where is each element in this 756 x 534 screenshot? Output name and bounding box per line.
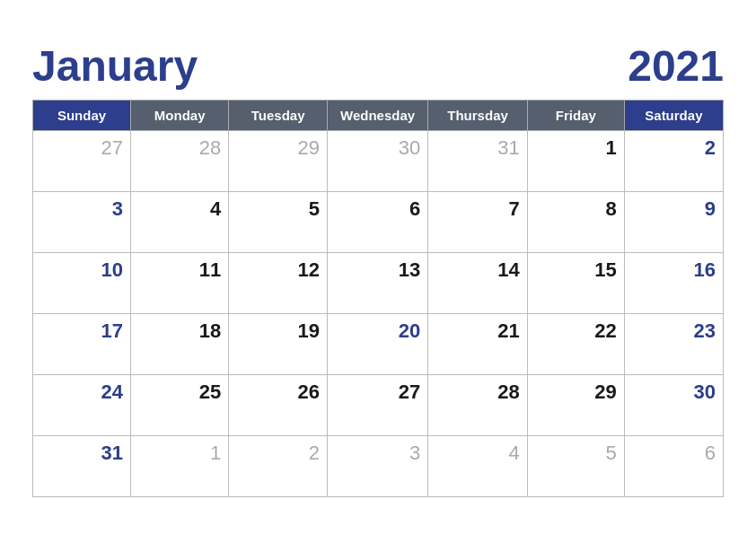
day-number: 24 <box>37 379 123 404</box>
day-number: 28 <box>432 379 520 404</box>
weekday-header-wednesday: Wednesday <box>327 100 427 130</box>
calendar-cell[interactable]: 6 <box>327 191 427 252</box>
day-number: 3 <box>331 440 420 465</box>
day-number: 2 <box>629 135 716 160</box>
calendar-grid: SundayMondayTuesdayWednesdayThursdayFrid… <box>32 100 724 497</box>
calendar-cell[interactable]: 2 <box>624 130 723 191</box>
calendar-cell[interactable]: 28 <box>131 130 229 191</box>
day-number: 20 <box>331 318 420 343</box>
day-number: 19 <box>233 318 320 343</box>
weekday-header-saturday: Saturday <box>624 100 723 130</box>
day-number: 1 <box>135 440 221 465</box>
calendar-cell[interactable]: 22 <box>527 313 624 374</box>
day-number: 7 <box>432 196 520 221</box>
calendar-cell[interactable]: 23 <box>624 313 723 374</box>
day-number: 16 <box>629 257 716 282</box>
calendar-cell[interactable]: 21 <box>428 313 528 374</box>
calendar-header: January 2021 <box>32 41 724 91</box>
day-number: 9 <box>629 196 716 221</box>
calendar-cell[interactable]: 10 <box>33 252 131 313</box>
weekday-header-tuesday: Tuesday <box>229 100 328 130</box>
day-number: 27 <box>331 379 420 404</box>
calendar-cell[interactable]: 9 <box>624 191 723 252</box>
day-number: 4 <box>135 196 221 221</box>
calendar-cell[interactable]: 18 <box>131 313 229 374</box>
calendar-cell[interactable]: 28 <box>428 374 528 435</box>
day-number: 31 <box>432 135 520 160</box>
day-number: 25 <box>135 379 221 404</box>
calendar-cell[interactable]: 2 <box>229 435 328 496</box>
calendar-cell[interactable]: 3 <box>33 191 131 252</box>
day-number: 21 <box>432 318 520 343</box>
day-number: 4 <box>432 440 520 465</box>
calendar-cell[interactable]: 24 <box>33 374 131 435</box>
day-number: 14 <box>432 257 520 282</box>
day-number: 29 <box>532 379 617 404</box>
calendar-cell[interactable]: 4 <box>428 435 528 496</box>
calendar-cell[interactable]: 31 <box>33 435 131 496</box>
weekday-header-friday: Friday <box>527 100 624 130</box>
day-number: 18 <box>135 318 221 343</box>
calendar-cell[interactable]: 20 <box>327 313 427 374</box>
calendar-week-row: 31123456 <box>33 435 724 496</box>
day-number: 5 <box>233 196 320 221</box>
calendar-cell[interactable]: 16 <box>624 252 723 313</box>
calendar-week-row: 10111213141516 <box>33 252 724 313</box>
day-number: 6 <box>331 196 420 221</box>
day-number: 31 <box>37 440 123 465</box>
calendar-cell[interactable]: 31 <box>428 130 528 191</box>
day-number: 13 <box>331 257 420 282</box>
day-number: 6 <box>629 440 716 465</box>
weekday-header-monday: Monday <box>131 100 229 130</box>
calendar-cell[interactable]: 29 <box>527 374 624 435</box>
calendar-cell[interactable]: 27 <box>327 374 427 435</box>
calendar-cell[interactable]: 14 <box>428 252 528 313</box>
day-number: 26 <box>233 379 320 404</box>
day-number: 12 <box>233 257 320 282</box>
day-number: 30 <box>331 135 420 160</box>
day-number: 22 <box>532 318 617 343</box>
calendar-cell[interactable]: 17 <box>33 313 131 374</box>
calendar-cell[interactable]: 26 <box>229 374 328 435</box>
calendar-cell[interactable]: 6 <box>624 435 723 496</box>
day-number: 1 <box>532 135 617 160</box>
day-number: 8 <box>532 196 617 221</box>
calendar-cell[interactable]: 19 <box>229 313 328 374</box>
weekday-header-sunday: Sunday <box>33 100 131 130</box>
calendar-week-row: 17181920212223 <box>33 313 724 374</box>
day-number: 3 <box>37 196 123 221</box>
calendar-cell[interactable]: 3 <box>327 435 427 496</box>
calendar-cell[interactable]: 11 <box>131 252 229 313</box>
month-title: January <box>32 41 198 91</box>
day-number: 17 <box>37 318 123 343</box>
calendar-cell[interactable]: 5 <box>527 435 624 496</box>
weekday-header-row: SundayMondayTuesdayWednesdayThursdayFrid… <box>33 100 724 130</box>
calendar-week-row: 3456789 <box>33 191 724 252</box>
calendar-cell[interactable]: 4 <box>131 191 229 252</box>
day-number: 29 <box>233 135 320 160</box>
calendar-cell[interactable]: 13 <box>327 252 427 313</box>
day-number: 15 <box>532 257 617 282</box>
day-number: 23 <box>629 318 716 343</box>
calendar-week-row: 24252627282930 <box>33 374 724 435</box>
calendar-cell[interactable]: 15 <box>527 252 624 313</box>
day-number: 2 <box>233 440 320 465</box>
calendar-cell[interactable]: 30 <box>327 130 427 191</box>
calendar-cell[interactable]: 30 <box>624 374 723 435</box>
day-number: 10 <box>37 257 123 282</box>
calendar-cell[interactable]: 1 <box>527 130 624 191</box>
calendar-cell[interactable]: 8 <box>527 191 624 252</box>
calendar-cell[interactable]: 25 <box>131 374 229 435</box>
day-number: 30 <box>629 379 716 404</box>
calendar-container: January 2021 SundayMondayTuesdayWednesda… <box>14 25 742 510</box>
day-number: 28 <box>135 135 221 160</box>
calendar-cell[interactable]: 1 <box>131 435 229 496</box>
calendar-cell[interactable]: 7 <box>428 191 528 252</box>
calendar-cell[interactable]: 27 <box>33 130 131 191</box>
calendar-cell[interactable]: 5 <box>229 191 328 252</box>
calendar-week-row: 272829303112 <box>33 130 724 191</box>
day-number: 11 <box>135 257 221 282</box>
calendar-cell[interactable]: 29 <box>229 130 328 191</box>
year-title: 2021 <box>628 41 724 91</box>
calendar-cell[interactable]: 12 <box>229 252 328 313</box>
